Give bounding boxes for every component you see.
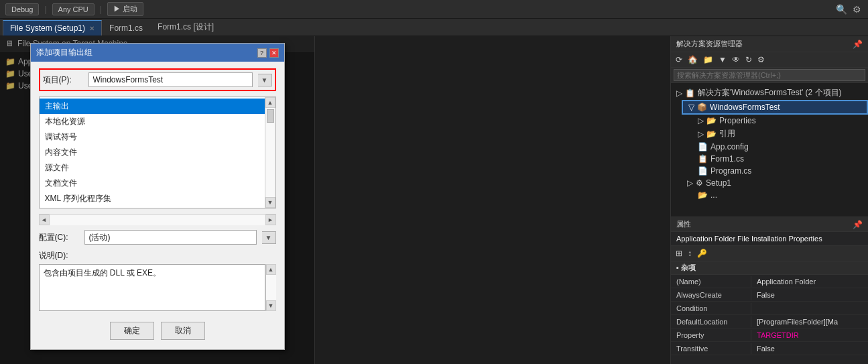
tab-filesystem-close[interactable]: ✕ bbox=[89, 25, 95, 32]
sol-appconfig-label: App.config bbox=[710, 142, 749, 151]
desc-scroll-track bbox=[266, 275, 276, 300]
list-item-docs[interactable]: 文档文件 bbox=[40, 176, 265, 191]
sol-folder-btn[interactable]: 📁 bbox=[701, 54, 715, 66]
sol-setup1-child-icon: 📂 bbox=[698, 190, 708, 200]
dialog-desc-scrollbar[interactable]: ▲ ▼ bbox=[265, 264, 276, 311]
scroll-up-btn[interactable]: ▲ bbox=[265, 97, 275, 108]
props-pin-icon[interactable]: 📌 bbox=[853, 220, 863, 229]
sol-setup1[interactable]: ▷ ⚙ Setup1 bbox=[682, 177, 868, 189]
props-val-condition bbox=[751, 307, 868, 310]
dialog-project-arrow[interactable]: ▼ bbox=[258, 74, 272, 86]
props-val-alwayscreate: False bbox=[751, 290, 868, 300]
props-section-expand[interactable]: ▪ bbox=[676, 263, 679, 271]
sol-programcs[interactable]: 📄 Program.cs bbox=[692, 165, 868, 177]
dialog-title: 添加项目输出组 bbox=[36, 47, 92, 58]
props-val-defaultlocation: [ProgramFilesFolder][Ma bbox=[751, 316, 868, 327]
settings-icon[interactable]: ⚙ bbox=[851, 3, 863, 16]
sol-sync-btn[interactable]: ⟳ bbox=[674, 54, 684, 66]
solution-explorer-header: 解决方案资源管理器 📌 bbox=[671, 36, 868, 52]
sol-solution-root[interactable]: ▷ 📋 解决方案'WindowsFormsTest' (2 个项目) bbox=[671, 86, 868, 100]
props-header: 属性 📌 bbox=[671, 217, 868, 232]
sol-windowsformstest[interactable]: ▽ 📦 WindowsFormsTest bbox=[682, 100, 868, 115]
dialog-buttons: 确定 取消 bbox=[39, 316, 276, 343]
search-icon[interactable]: 🔍 bbox=[834, 3, 849, 16]
tab-form1cs-design[interactable]: Form1.cs [设计] bbox=[150, 18, 221, 36]
props-row-name: (Name) Application Folder bbox=[671, 275, 868, 288]
sol-expand-wft: ▽ bbox=[688, 103, 694, 112]
dialog-close-btn[interactable]: ✕ bbox=[269, 48, 279, 58]
sol-refs-expand: ▷ bbox=[698, 129, 704, 139]
sol-form1cs[interactable]: 📋 Form1.cs bbox=[692, 153, 868, 165]
toolbar-icons: 🔍 ⚙ bbox=[834, 3, 863, 16]
solution-search-container bbox=[671, 68, 868, 83]
list-item-xml-serializer[interactable]: XML 序列化程序集 bbox=[40, 191, 265, 206]
sol-references[interactable]: ▷ 📂 引用 bbox=[692, 127, 868, 141]
right-panel: 解决方案资源管理器 📌 ⟳ 🏠 📁 ▼ 👁 ↻ ⚙ ▷ 📋 解决方案'Windo… bbox=[670, 36, 868, 364]
sol-gear-btn[interactable]: ⚙ bbox=[755, 54, 767, 66]
debug-btn[interactable]: Debug bbox=[5, 3, 39, 15]
dialog-ok-btn[interactable]: 确定 bbox=[110, 322, 154, 340]
sol-properties[interactable]: ▷ 📂 Properties bbox=[692, 115, 868, 127]
dialog-output-list-container: 主输出 本地化资源 调试符号 内容文件 源文件 文档文件 XML 序列化程序集 … bbox=[39, 97, 276, 208]
dialog-config-arrow[interactable]: ▼ bbox=[262, 231, 276, 244]
sol-setup1-expand: ▷ bbox=[687, 178, 693, 188]
sol-preview-btn[interactable]: 👁 bbox=[730, 54, 742, 66]
dialog-help-btn[interactable]: ? bbox=[257, 48, 267, 58]
tab-filesystem[interactable]: File System (Setup1) ✕ bbox=[3, 20, 102, 36]
props-section-label: 杂项 bbox=[681, 263, 696, 271]
sol-setup1-child[interactable]: 📂 ... bbox=[692, 189, 868, 201]
sol-props-expand: ▷ bbox=[698, 116, 704, 125]
dialog-project-select[interactable]: WindowsFormsTest bbox=[88, 72, 253, 87]
scroll-down-btn[interactable]: ▼ bbox=[265, 197, 275, 208]
props-key-alwayscreate: AlwaysCreate bbox=[671, 290, 751, 300]
list-item-debug-symbols[interactable]: 调试符号 bbox=[40, 129, 265, 145]
dialog-config-select[interactable]: (活动) bbox=[84, 230, 257, 245]
center-panel bbox=[315, 36, 670, 364]
tab-bar: File System (Setup1) ✕ Form1.cs Form1.cs… bbox=[0, 19, 868, 36]
props-row-transitive: Transitive False bbox=[671, 342, 868, 355]
horiz-track bbox=[50, 215, 265, 225]
props-row-alwayscreate: AlwaysCreate False bbox=[671, 288, 868, 302]
solution-explorer-title: 解决方案资源管理器 bbox=[676, 39, 743, 49]
sol-appconfig[interactable]: 📄 App.config bbox=[692, 141, 868, 153]
props-key-btn[interactable]: 🔑 bbox=[695, 247, 709, 259]
dialog-horiz-scroll: ◄ ► bbox=[39, 214, 276, 225]
list-item-source[interactable]: 源文件 bbox=[40, 160, 265, 176]
tab-form1cs[interactable]: Form1.cs bbox=[102, 20, 150, 36]
sol-filter-btn[interactable]: ▼ bbox=[717, 54, 729, 66]
properties-panel: 属性 📌 Application Folder File Installatio… bbox=[671, 217, 868, 364]
cpu-btn[interactable]: Any CPU bbox=[52, 3, 95, 15]
props-key-defaultlocation: DefaultLocation bbox=[671, 316, 751, 327]
list-item-localized[interactable]: 本地化资源 bbox=[40, 114, 265, 129]
sol-programcs-icon: 📄 bbox=[698, 166, 708, 176]
scroll-right-btn[interactable]: ► bbox=[265, 215, 276, 225]
dialog-desc-row: 说明(D): 包含由项目生成的 DLL 或 EXE。 ▲ ▼ bbox=[39, 250, 276, 311]
sol-props-label: Properties bbox=[719, 116, 756, 125]
props-key-condition: Condition bbox=[671, 303, 751, 314]
props-grid-btn[interactable]: ⊞ bbox=[674, 247, 684, 259]
list-item-main-output[interactable]: 主输出 bbox=[40, 99, 265, 114]
center-empty-area bbox=[315, 36, 670, 364]
dialog-cancel-btn[interactable]: 取消 bbox=[161, 322, 205, 340]
desc-scroll-up[interactable]: ▲ bbox=[266, 264, 276, 275]
props-sort-btn[interactable]: ↕ bbox=[686, 247, 694, 259]
start-btn[interactable]: ▶ 启动 bbox=[107, 2, 143, 16]
sol-refresh-btn[interactable]: ↻ bbox=[743, 54, 754, 66]
scroll-thumb[interactable] bbox=[267, 109, 274, 123]
desc-scroll-down[interactable]: ▼ bbox=[266, 300, 276, 311]
sol-refs-label: 引用 bbox=[719, 128, 735, 139]
sol-refs-icon: 📂 bbox=[706, 129, 717, 139]
sol-home-btn[interactable]: 🏠 bbox=[686, 54, 700, 66]
top-toolbar: Debug | Any CPU | ▶ 启动 🔍 ⚙ bbox=[0, 0, 868, 19]
props-key-transitive: Transitive bbox=[671, 343, 751, 354]
dialog-output-list[interactable]: 主输出 本地化资源 调试符号 内容文件 源文件 文档文件 XML 序列化程序集 bbox=[40, 97, 265, 208]
pin-icon[interactable]: 📌 bbox=[853, 40, 863, 49]
sol-solution-label: 解决方案'WindowsFormsTest' (2 个项目) bbox=[698, 87, 842, 99]
list-item-content[interactable]: 内容文件 bbox=[40, 145, 265, 160]
dialog-list-scrollbar[interactable]: ▲ ▼ bbox=[265, 97, 275, 208]
scroll-left-btn[interactable]: ◄ bbox=[39, 215, 50, 225]
solution-search-input[interactable] bbox=[674, 69, 865, 81]
sol-setup1-label: Setup1 bbox=[706, 178, 731, 188]
props-section-misc: ▪ 杂项 bbox=[671, 261, 868, 275]
tab-filesystem-label: File System (Setup1) bbox=[10, 23, 85, 33]
